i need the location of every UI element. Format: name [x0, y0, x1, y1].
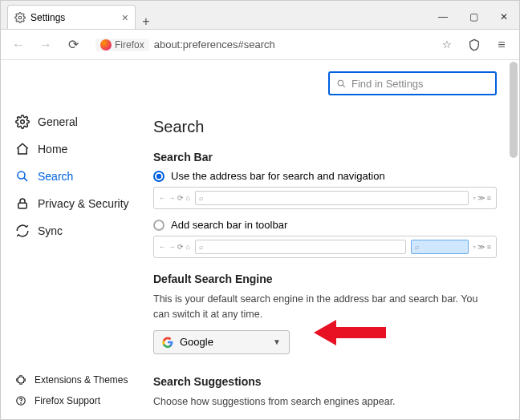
- sidebar-item-sync[interactable]: Sync: [1, 217, 145, 244]
- search-icon: [15, 169, 30, 184]
- settings-sidebar: General Home Search Privacy & Security S…: [1, 60, 145, 419]
- tab-title: Settings: [30, 12, 65, 23]
- close-tab-icon[interactable]: ×: [122, 11, 128, 24]
- new-tab-button[interactable]: +: [136, 14, 156, 29]
- sidebar-item-label: General: [38, 115, 78, 128]
- home-icon: [15, 142, 30, 156]
- sidebar-item-home[interactable]: Home: [1, 135, 145, 163]
- maximize-button[interactable]: ▢: [458, 5, 489, 29]
- radio-icon: [153, 171, 165, 182]
- sidebar-item-general[interactable]: General: [1, 108, 145, 135]
- radio-search-bar[interactable]: Add search bar in toolbar: [153, 219, 497, 231]
- back-button[interactable]: ←: [7, 34, 30, 56]
- section-suggestions-desc: Choose how suggestions from search engin…: [153, 394, 497, 410]
- firefox-badge: Firefox: [95, 38, 149, 51]
- search-icon: ⌕: [199, 194, 203, 202]
- sidebar-item-label: Sync: [38, 224, 63, 237]
- puzzle-icon: [15, 374, 26, 386]
- search-icon: ⌕: [199, 243, 203, 251]
- bookmark-star-icon[interactable]: ☆: [442, 38, 452, 50]
- radio-label: Add search bar in toolbar: [171, 219, 287, 231]
- radio-icon: [153, 220, 165, 231]
- radio-label: Use the address bar for search and navig…: [171, 170, 385, 182]
- google-logo-icon: [162, 337, 173, 348]
- chevron-down-icon: ▼: [273, 337, 281, 346]
- sidebar-item-support[interactable]: Firefox Support: [1, 390, 145, 411]
- sidebar-item-search[interactable]: Search: [1, 163, 145, 190]
- address-bar-preview: ← → ⟳ ⌂ ⌕ ▫ ≫ ≡: [153, 187, 497, 209]
- settings-main: Find in Settings Search Search Bar Use t…: [145, 60, 519, 419]
- firefox-logo-icon: [100, 39, 112, 50]
- find-in-settings-input[interactable]: Find in Settings: [328, 71, 497, 95]
- reload-button[interactable]: ⟳: [62, 34, 84, 56]
- menu-button[interactable]: ≡: [490, 34, 513, 56]
- section-suggestions-title: Search Suggestions: [153, 375, 497, 388]
- gear-icon: [15, 115, 30, 129]
- gear-icon: [14, 12, 26, 23]
- scrollbar-thumb[interactable]: [510, 62, 518, 158]
- search-bar-preview: ← → ⟳ ⌂ ⌕ ⌕ ▫ ≫ ≡: [153, 236, 497, 258]
- find-placeholder: Find in Settings: [351, 78, 424, 90]
- sidebar-item-label: Home: [38, 143, 67, 155]
- url-text: about:preferences#search: [154, 38, 275, 50]
- url-bar[interactable]: Firefox about:preferences#search ☆: [89, 34, 458, 56]
- help-icon: [15, 395, 26, 406]
- page-heading: Search: [153, 118, 497, 136]
- sync-icon: [15, 224, 30, 238]
- svg-point-5: [21, 403, 22, 404]
- search-icon: ⌕: [415, 243, 419, 251]
- svg-point-1: [21, 120, 25, 124]
- search-icon: [336, 79, 347, 89]
- sidebar-item-label: Firefox Support: [35, 395, 100, 406]
- minimize-button[interactable]: —: [428, 5, 458, 29]
- sidebar-item-privacy[interactable]: Privacy & Security: [1, 190, 145, 217]
- section-engine-title: Default Search Engine: [153, 273, 497, 285]
- svg-point-2: [18, 172, 25, 179]
- radio-address-bar[interactable]: Use the address bar for search and navig…: [153, 170, 497, 182]
- default-engine-select[interactable]: Google ▼: [153, 330, 290, 354]
- close-window-button[interactable]: ✕: [489, 5, 519, 29]
- sidebar-item-extensions[interactable]: Extensions & Themes: [1, 370, 145, 390]
- sidebar-item-label: Privacy & Security: [38, 197, 129, 210]
- section-searchbar-title: Search Bar: [153, 151, 497, 164]
- svg-point-6: [338, 80, 343, 86]
- badge-label: Firefox: [115, 39, 144, 50]
- sidebar-item-label: Extensions & Themes: [35, 374, 128, 386]
- window-titlebar: Settings × + — ▢ ✕: [1, 1, 519, 30]
- svg-rect-3: [18, 203, 27, 208]
- lock-icon: [15, 196, 30, 211]
- sidebar-item-label: Search: [38, 170, 73, 183]
- section-engine-desc: This is your default search engine in th…: [153, 292, 497, 322]
- pocket-button[interactable]: [463, 34, 485, 56]
- forward-button[interactable]: →: [35, 34, 57, 56]
- browser-toolbar: ← → ⟳ Firefox about:preferences#search ☆…: [1, 30, 519, 60]
- select-value: Google: [180, 336, 213, 348]
- browser-tab[interactable]: Settings ×: [7, 5, 136, 29]
- svg-point-0: [18, 16, 22, 19]
